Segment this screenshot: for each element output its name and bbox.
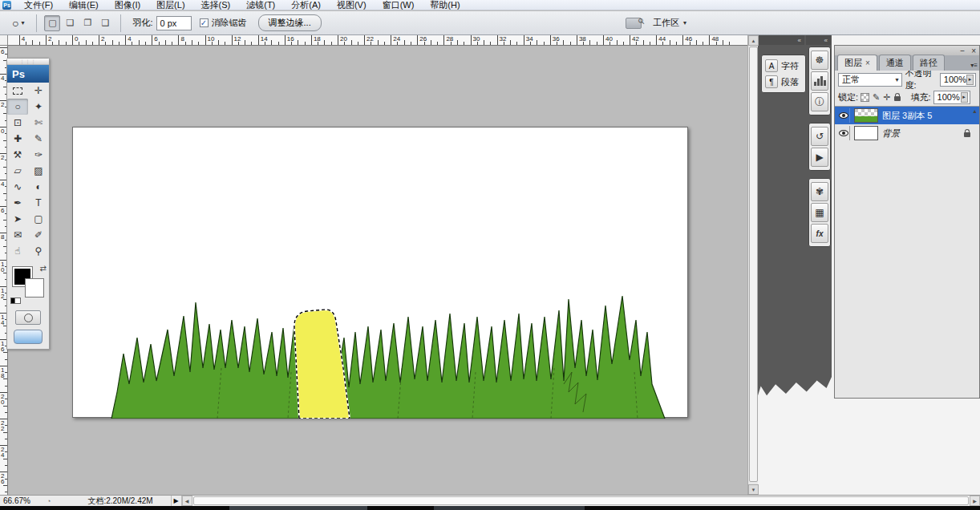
subtract-from-selection-button[interactable]: ❐ [79, 15, 95, 31]
swap-colors-icon[interactable]: ⇄ [40, 264, 47, 273]
tab-通道[interactable]: 通道 [879, 55, 911, 71]
move-tool[interactable]: ✛ [28, 83, 49, 99]
scroll-down-arrow[interactable]: ▼ [748, 484, 759, 495]
quick-mask-button[interactable] [15, 310, 41, 325]
tool-preset-picker[interactable]: ○ ▾ [6, 15, 30, 31]
menu-滤镜T[interactable]: 滤镜(T) [238, 0, 283, 10]
layer-thumbnail[interactable] [854, 108, 878, 123]
vertical-scrollbar[interactable]: ▲ ▼ [747, 35, 758, 495]
crop-tool[interactable]: ⊡ [7, 115, 28, 131]
slice-tool[interactable]: ✄ [28, 115, 49, 131]
character-panel-button[interactable]: A 字符 [763, 58, 804, 74]
lock-transparency-icon[interactable] [861, 93, 869, 102]
close-panel-icon[interactable]: × [971, 47, 976, 55]
menu-视图V[interactable]: 视图(V) [329, 0, 375, 10]
antialias-checkbox[interactable]: ✓ [200, 18, 209, 27]
workspace-button[interactable]: 工作区 ▾ [648, 15, 691, 30]
eyedropper-tool[interactable]: ✐ [28, 227, 49, 243]
intersect-selection-button[interactable]: ❑ [97, 15, 113, 31]
shape-tool[interactable]: ▢ [28, 211, 49, 227]
menu-图层L[interactable]: 图层(L) [148, 0, 192, 10]
gradient-tool[interactable]: ▨ [28, 163, 49, 179]
slider-arrow-icon[interactable]: ▸ [961, 92, 968, 103]
antialias-label: 消除锯齿 [212, 17, 247, 29]
menu-帮助H[interactable]: 帮助(H) [422, 0, 468, 10]
layer-row[interactable]: 背景 [835, 124, 979, 142]
history-panel-icon[interactable]: ↺ [811, 127, 828, 146]
tab-图层[interactable]: 图层× [837, 55, 877, 71]
menu-文件F[interactable]: 文件(F) [16, 0, 61, 10]
scroll-up-icon[interactable]: ▲ [972, 108, 978, 114]
screen-mode-button[interactable] [14, 330, 43, 344]
rectangular-marquee-tool[interactable] [7, 83, 28, 99]
bridge-launch-icon[interactable] [626, 18, 642, 29]
smudge-tool[interactable]: ∿ [7, 179, 28, 195]
document-canvas[interactable] [72, 127, 688, 418]
menu-编辑E[interactable]: 编辑(E) [61, 0, 107, 10]
eraser-tool[interactable]: ▱ [7, 163, 28, 179]
paragraph-panel-button[interactable]: ¶ 段落 [763, 74, 804, 90]
notes-tool[interactable]: ✉ [7, 227, 28, 243]
actions-panel-icon[interactable]: ▶ [811, 148, 828, 167]
zoom-level-field[interactable]: 66.67% [0, 496, 42, 505]
taskbar-button[interactable] [229, 506, 367, 510]
clone-stamp-tool[interactable]: ⚒ [7, 147, 28, 163]
info-panel-icon[interactable]: ⓘ [811, 92, 828, 111]
layer-thumbnail[interactable] [854, 126, 878, 140]
lock-all-icon[interactable] [894, 96, 901, 101]
swatches-panel-icon[interactable]: ▦ [811, 203, 828, 222]
lasso-tool[interactable]: ○ [7, 99, 28, 115]
blend-mode-select[interactable]: 正常 ▾ [838, 73, 902, 87]
tab-路径[interactable]: 路径 [913, 55, 945, 71]
fill-field[interactable]: 100% ▸ [933, 91, 970, 104]
taskbar-button[interactable] [434, 506, 585, 510]
brush-tool[interactable]: ✎ [28, 131, 49, 147]
background-color-swatch[interactable] [25, 278, 44, 298]
horizontal-scrollbar[interactable]: ◀ ▶ [182, 496, 980, 507]
vertical-scroll-thumb[interactable] [749, 47, 758, 482]
history-brush-tool[interactable]: ✑ [28, 147, 49, 163]
scroll-up-arrow[interactable]: ▲ [748, 35, 759, 46]
toolbox-grip[interactable]: ⋮⋮⋮ [7, 59, 49, 65]
horizontal-scroll-thumb[interactable] [193, 496, 969, 505]
dock-header[interactable]: « [758, 35, 804, 45]
layer-lock-icon [964, 132, 970, 137]
minimize-panel-icon[interactable]: − [960, 47, 965, 55]
layer-row[interactable]: 图层 3副本 5▲ [835, 107, 979, 124]
feather-input[interactable]: 0 px [156, 16, 192, 30]
status-popup-arrow[interactable]: ▶ [171, 496, 182, 507]
tab-close-icon[interactable]: × [865, 59, 870, 67]
scroll-left-arrow[interactable]: ◀ [182, 496, 192, 506]
layer-visibility-toggle[interactable] [837, 126, 850, 140]
color-panel-icon[interactable]: ✾ [811, 182, 828, 201]
menu-窗口W[interactable]: 窗口(W) [375, 0, 423, 10]
histogram-panel-icon[interactable] [811, 71, 828, 91]
menu-图像I[interactable]: 图像(I) [107, 0, 148, 10]
pen-tool[interactable]: ✒ [7, 195, 28, 211]
navigator-panel-icon[interactable]: ☸ [811, 51, 828, 70]
menu-选择S[interactable]: 选择(S) [193, 0, 239, 10]
new-selection-button[interactable]: ▢ [44, 15, 60, 31]
healing-brush-tool[interactable]: ✚ [7, 131, 28, 147]
hand-tool[interactable]: ☝ [7, 243, 28, 259]
layer-visibility-toggle[interactable] [837, 108, 850, 123]
yellow-selection-shape[interactable] [294, 310, 350, 419]
default-colors-icon[interactable] [10, 298, 21, 306]
slider-arrow-icon[interactable]: ▸ [966, 75, 974, 85]
canvas-pasteboard[interactable] [8, 46, 747, 495]
type-tool[interactable]: T [28, 195, 49, 211]
dodge-tool[interactable]: ◐ [28, 179, 49, 195]
add-to-selection-button[interactable]: ❏ [62, 15, 78, 31]
styles-panel-icon[interactable]: fx [811, 224, 828, 243]
scroll-right-arrow[interactable]: ▶ [970, 496, 980, 506]
opacity-field[interactable]: 100% ▸ [940, 73, 976, 87]
quick-selection-tool[interactable]: ✦ [28, 99, 49, 115]
lock-position-icon[interactable]: ✛ [883, 92, 890, 103]
dock-header[interactable]: « [806, 35, 831, 45]
lock-paint-icon[interactable]: ✎ [873, 92, 880, 103]
menu-分析A[interactable]: 分析(A) [283, 0, 329, 10]
panel-menu-icon[interactable]: ▾≡ [970, 62, 978, 69]
zoom-tool[interactable]: ⚲ [28, 243, 49, 259]
refine-edge-button[interactable]: 调整边缘... [258, 14, 322, 31]
path-selection-tool[interactable]: ➤ [7, 211, 28, 227]
